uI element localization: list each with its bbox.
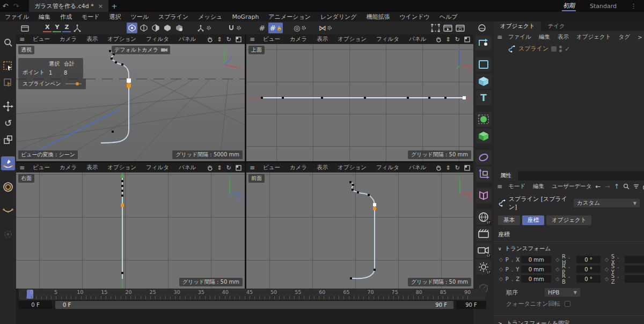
dolly-icon[interactable]: ⇕ (217, 36, 222, 43)
camera-object-icon[interactable]: ST (475, 243, 492, 258)
viewport-top[interactable]: ≡ ビュー カメラ 表示 オプション フィルタ パネル ⇕ ↻ (246, 34, 473, 161)
am-menu-userdata[interactable]: ユーザーデータ (548, 183, 595, 190)
generator-cube-icon[interactable] (475, 128, 492, 143)
burger-icon[interactable]: ≡ (497, 183, 502, 190)
light-object-icon[interactable]: ST (475, 260, 492, 275)
edges-mode-button[interactable] (138, 23, 149, 33)
menu-mode[interactable]: モード (77, 13, 105, 21)
tab-attributes[interactable]: 属性 (494, 171, 518, 181)
burger-icon[interactable]: ≡ (497, 33, 502, 41)
vp-menu-panel[interactable]: パネル (174, 164, 201, 171)
key-diamond-icon[interactable]: ◇ (499, 267, 506, 272)
layout-tab-active[interactable]: 初期 (562, 1, 576, 11)
orbit-icon[interactable]: ↻ (455, 36, 460, 43)
filter-icon[interactable] (633, 184, 639, 189)
om-menu-edit[interactable]: 編集 (535, 33, 554, 41)
order-dropdown[interactable]: HPB▼ (545, 288, 580, 297)
transform-group-header[interactable]: ∨ トランスフォーム (494, 242, 644, 255)
object-row-spline[interactable]: スプライン ✓ (494, 43, 644, 54)
menu-select[interactable]: 選択 (105, 13, 126, 21)
key-diamond-icon[interactable]: ◇ (555, 276, 562, 282)
dolly-icon[interactable]: ⇕ (446, 36, 451, 43)
tab-coordinates[interactable]: 座標 (522, 215, 544, 225)
layout-menu-icon[interactable]: ⋮ (631, 3, 636, 10)
hud-slider-icon[interactable] (65, 82, 82, 86)
vp-menu-view[interactable]: ビュー (258, 164, 285, 171)
key-diamond-icon[interactable]: ◇ (605, 276, 611, 282)
rectangle-spline-icon[interactable] (475, 57, 492, 72)
modeling-axis-icon[interactable] (475, 167, 492, 182)
render-view-icon[interactable] (442, 23, 453, 33)
pan-hand-icon[interactable] (207, 36, 213, 42)
snap-magnet-icon[interactable] (226, 23, 243, 33)
sx-input[interactable] (625, 256, 644, 263)
tool-hud[interactable]: スプラインペン (18, 78, 86, 89)
vp-menu-options[interactable]: オプション (103, 35, 141, 43)
edit-toggle-icon[interactable] (551, 46, 557, 52)
model-mode-button[interactable] (162, 23, 173, 33)
om-menu-object[interactable]: オブジェクト (573, 33, 614, 41)
burger-icon[interactable]: ≡ (16, 164, 28, 171)
rh-input[interactable]: 0 ° (576, 256, 601, 263)
tab-objects[interactable]: オブジェクト (494, 21, 541, 31)
key-diamond-icon[interactable]: ◇ (605, 267, 611, 272)
pz-input[interactable]: 0 mm (521, 275, 551, 283)
vp-menu-camera[interactable]: カメラ (285, 35, 312, 43)
vp-menu-filter[interactable]: フィルタ (371, 164, 404, 171)
rb-input[interactable]: 0 ° (576, 275, 601, 283)
pan-hand-icon[interactable] (436, 164, 442, 171)
key-diamond-icon[interactable]: ◇ (555, 257, 562, 262)
preset-dropdown[interactable]: カスタム▼ (574, 199, 640, 207)
enable-check-icon[interactable]: ✓ (565, 45, 570, 53)
sz-input[interactable] (625, 275, 644, 283)
vp-menu-camera[interactable]: カメラ (55, 164, 82, 171)
menu-spline[interactable]: スプライン (153, 13, 193, 21)
subdivision-surface-icon[interactable] (475, 112, 492, 127)
rectangle-select-icon[interactable] (1, 59, 15, 73)
menu-tools[interactable]: ツール (126, 13, 154, 21)
tab-object[interactable]: オブジェクト (546, 215, 591, 225)
workplane-icon[interactable] (19, 23, 30, 33)
search-icon[interactable] (623, 183, 630, 190)
dolly-icon[interactable]: ⇕ (446, 164, 451, 171)
viewport-front[interactable]: ≡ ビュー カメラ 表示 オプション フィルタ パネル ⇕ ↻ (246, 163, 473, 289)
pan-hand-icon[interactable] (436, 36, 442, 42)
scale-tool-icon[interactable] (1, 133, 15, 147)
polygons-mode-button[interactable] (150, 23, 161, 33)
orbit-icon[interactable]: ↻ (226, 36, 231, 43)
menu-mograph[interactable]: MoGraph (227, 13, 264, 20)
menu-rendering[interactable]: レンダリング (316, 13, 362, 21)
tab-basic[interactable]: 基本 (498, 215, 520, 225)
am-menu-mode[interactable]: モード (504, 183, 529, 190)
vp-menu-display[interactable]: 表示 (312, 35, 333, 43)
vp-menu-options[interactable]: オプション (103, 164, 141, 171)
viewport-right[interactable]: ≡ ビュー カメラ 表示 オプション フィルタ パネル ⇕ ↻ (16, 163, 245, 289)
camera-badge[interactable]: デフォルトカメラ (112, 46, 170, 54)
viewport-perspective[interactable]: ≡ ビュー カメラ 表示 オプション フィルタ パネル ⇕ ↻ (16, 34, 245, 161)
px-input[interactable]: 0 mm (521, 256, 551, 263)
freeze-transform-header[interactable]: > トランスフォームを固定 (494, 315, 644, 324)
vp-menu-display[interactable]: 表示 (82, 35, 103, 43)
text-object-icon[interactable]: T (475, 90, 492, 105)
region-select-icon[interactable] (1, 76, 15, 90)
burger-icon[interactable]: ≡ (246, 164, 258, 171)
cube-primitive-icon[interactable] (475, 74, 492, 89)
axis-center-icon[interactable]: ◎ (292, 23, 308, 33)
vp-menu-panel[interactable]: パネル (404, 164, 431, 171)
key-diamond-icon[interactable]: ◇ (499, 257, 506, 262)
vp-menu-display[interactable]: 表示 (312, 164, 333, 171)
vp-menu-panel[interactable]: パネル (174, 35, 201, 43)
sy-input[interactable] (625, 265, 644, 273)
key-diamond-icon[interactable]: ◇ (605, 257, 611, 262)
menu-edit[interactable]: 編集 (34, 13, 55, 21)
om-menu-file[interactable]: ファイル (504, 33, 535, 41)
menu-window[interactable]: ウインドウ (394, 13, 434, 21)
timeline-ruler[interactable]: 05 1015 2025 3035 4045 5055 6065 7075 80… (19, 289, 486, 300)
burger-icon[interactable]: ≡ (16, 35, 28, 43)
vp-menu-filter[interactable]: フィルタ (141, 35, 174, 43)
spline-pen-tool-icon[interactable] (1, 156, 15, 170)
frame-range-slider[interactable]: 0 F 90 F (55, 301, 453, 309)
rotate-tool-icon[interactable]: ↺ (1, 116, 15, 130)
axis-x-toggle[interactable]: X (43, 24, 52, 32)
key-diamond-icon[interactable]: ◇ (499, 276, 506, 282)
